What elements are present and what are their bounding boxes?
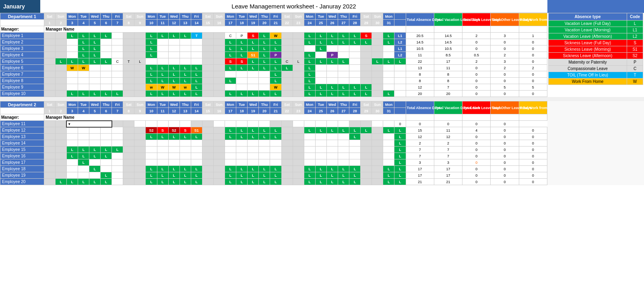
list-item: TOIL (Time Off In Lieu) T — [549, 72, 643, 78]
dept1-manager: Manager Name — [44, 26, 406, 33]
dept2-section: Department 2 Sat Sun Mon Tue Wed Thu Fri… — [0, 101, 644, 185]
table-row: Employee 13 L L L L L L L L L — [0, 134, 547, 140]
dept1-label: Department 1 — [0, 13, 44, 20]
main-title: Leave Management worksheet - Januray 202… — [40, 0, 547, 13]
dropdown-cell[interactable]: ▼ — [66, 121, 111, 127]
day-sat1: Sat — [44, 13, 55, 20]
table-row: Employee 5 L L L L L C T L S S — [0, 58, 547, 65]
dept2-manager: Manager Name — [44, 114, 406, 121]
table-row: Employee 18 L L L L L L L L — [0, 166, 547, 172]
summary-vacation-header1: Total Vacation Leave Days — [434, 13, 462, 26]
summary-sick-header1: Total Sick Leave Days — [462, 13, 491, 26]
absence-type-table: Absence type Code Vacation Leave (Full D… — [548, 13, 643, 85]
list-item: Sickness Leave (Morning) S1 — [549, 46, 643, 53]
table-row: Employee 11 ▼ 0000 — [0, 121, 547, 127]
list-item: Work From Home W — [549, 78, 643, 85]
table-row: Employee 12 S2 S S2 S S1 L L L L — [0, 127, 547, 134]
list-item: Maternity or Paternity P — [549, 59, 643, 66]
table-row: Employee 17 L L 33000 — [0, 159, 547, 166]
list-item: Vacation Leave (Morning) L1 — [549, 27, 643, 33]
summary-work-header1: Total Work from Home Days — [519, 13, 547, 26]
list-item: Vacation Leave (Afternoon) L2 — [549, 33, 643, 40]
table-row: Employee 20 L L L L L L L L L L — [0, 179, 547, 185]
table-row: Employee 9 w W W w L W L L — [0, 84, 547, 91]
list-item: Compassionate Leave C — [549, 66, 643, 72]
list-item: Sickness Leave (Full Day) S — [549, 40, 643, 46]
table-row: Employee 6 W W L L L L L L L — [0, 65, 547, 71]
list-item: Sickness Leave (Afternoon) S2 — [549, 53, 643, 59]
dept2-label: Department 2 — [0, 101, 44, 108]
dept1-section: Department 1 Sat Sun Mon Tue Wed Thu Fri… — [0, 13, 644, 97]
spreadsheet-wrapper: January Leave Management worksheet - Jan… — [0, 0, 644, 185]
dropdown-arrow-icon[interactable]: ▼ — [68, 122, 71, 126]
table-row: Employee 14 L 22000 — [0, 140, 547, 147]
month-label: January — [0, 0, 40, 13]
table-row: Employee 16 L L L L — [0, 153, 547, 159]
day-sun1: Sun — [55, 13, 66, 20]
summary-absence-header1: Total Absence Days — [406, 13, 434, 26]
table-row: Employee 8 L L L L L L L L — [0, 78, 547, 84]
table-row: Employee 7 L L L L L L L — [0, 71, 547, 78]
absence-type-header: Absence type — [549, 13, 627, 21]
table-row: Employee 2 L L L L L L L L — [0, 39, 547, 45]
table-row: Employee 19 L L L L L L L L — [0, 172, 547, 179]
list-item: Vacation Leave (Full Day) L — [549, 21, 643, 27]
table-row: Employee 3 L L L L L L L L — [0, 45, 547, 52]
table-row: Employee 10 L L L L L L L L L L — [0, 91, 547, 97]
table-row: Employee 15 L L L L L — [0, 147, 547, 153]
table-row: Employee 4 L L L L L S1 L — [0, 52, 547, 58]
table-row: Employee 1 L L L L L L L L — [0, 33, 547, 39]
summary-other-header1: Total Other Leave Days — [491, 13, 519, 26]
code-header: Code — [627, 13, 643, 21]
